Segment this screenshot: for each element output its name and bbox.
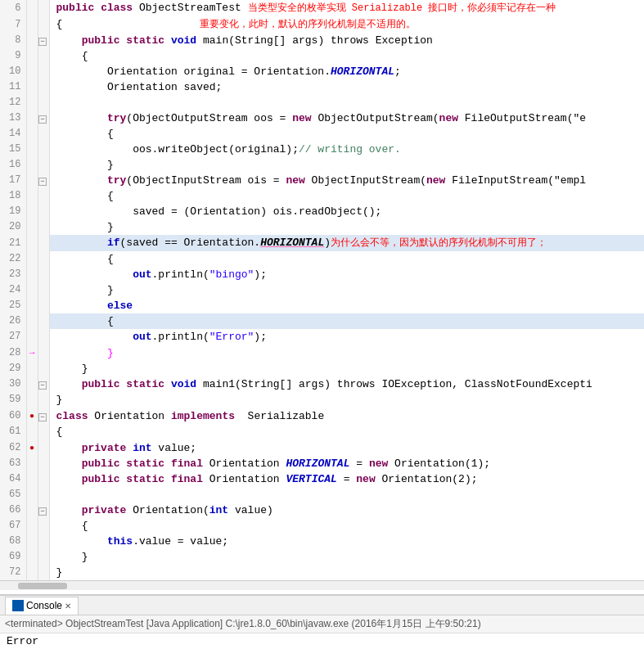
line-number: 24 xyxy=(0,282,26,298)
gutter xyxy=(26,0,38,16)
line-number: 6 xyxy=(0,0,26,16)
code-line-content: saved = (Orientation) ois.readObject(); xyxy=(49,204,644,219)
fold-gutter xyxy=(38,142,49,157)
code-line-content: { xyxy=(49,188,644,204)
gutter xyxy=(26,313,38,329)
line-number: 63 xyxy=(0,456,26,471)
fold-gutter xyxy=(38,16,49,33)
line-number: 27 xyxy=(0,329,26,345)
console-tab-close[interactable]: ✕ xyxy=(65,602,71,611)
fold-gutter xyxy=(38,329,49,345)
fold-icon[interactable]: − xyxy=(38,381,47,390)
table-row: 59} xyxy=(0,392,644,408)
gutter xyxy=(26,534,38,549)
code-line-content: private int value; xyxy=(49,439,644,456)
table-row: 67 { xyxy=(0,518,644,534)
code-line-content: } xyxy=(49,565,644,580)
gutter xyxy=(26,392,38,408)
table-row: 64 public static final Orientation VERTI… xyxy=(0,471,644,487)
table-row: 21 if(saved == Orientation.HORIZONTAL)为什… xyxy=(0,235,644,251)
console-terminated-text: <terminated> ObjectStreamTest [Java Appl… xyxy=(0,615,644,633)
code-line-content xyxy=(49,487,644,503)
fold-icon[interactable]: − xyxy=(38,413,47,421)
table-row: 16 } xyxy=(0,157,644,173)
code-line-content: try(ObjectInputStream ois = new ObjectIn… xyxy=(49,173,644,188)
fold-gutter xyxy=(38,345,49,361)
code-line-content: { xyxy=(49,313,644,329)
table-row: 22 { xyxy=(0,251,644,267)
fold-icon[interactable]: − xyxy=(38,38,47,46)
code-table: 6public class ObjectStreamTest 当类型安全的枚举实… xyxy=(0,0,644,580)
line-number: 13 xyxy=(0,110,26,126)
gutter xyxy=(26,110,38,126)
table-row: 12 xyxy=(0,95,644,110)
table-row: 28 } xyxy=(0,345,644,361)
scrollbar-thumb[interactable] xyxy=(18,583,67,589)
code-line-content: public static final Orientation HORIZONT… xyxy=(49,456,644,471)
fold-gutter xyxy=(38,64,49,79)
code-line-content: { xyxy=(49,126,644,142)
fold-gutter xyxy=(38,456,49,471)
console-output: Error xyxy=(0,633,644,649)
table-row: 30− public static void main1(String[] ar… xyxy=(0,376,644,392)
line-number: 68 xyxy=(0,534,26,549)
gutter xyxy=(26,267,38,282)
fold-gutter xyxy=(38,0,49,16)
code-line-content: private Orientation(int value) xyxy=(49,503,644,518)
console-icon xyxy=(12,600,24,611)
fold-gutter: − xyxy=(38,173,49,188)
code-line-content: } xyxy=(49,392,644,408)
gutter xyxy=(26,188,38,204)
code-line-content: { xyxy=(49,518,644,534)
fold-gutter xyxy=(38,267,49,282)
fold-gutter xyxy=(38,251,49,267)
gutter xyxy=(26,282,38,298)
table-row: 61{ xyxy=(0,424,644,439)
line-number: 8 xyxy=(0,33,26,48)
line-number: 17 xyxy=(0,173,26,188)
fold-gutter: − xyxy=(38,110,49,126)
table-row: 26 { xyxy=(0,313,644,329)
fold-icon[interactable]: − xyxy=(38,115,47,124)
gutter xyxy=(26,157,38,173)
fold-gutter xyxy=(38,549,49,565)
table-row: 68 this.value = value; xyxy=(0,534,644,549)
line-number: 28 xyxy=(0,345,26,361)
gutter xyxy=(26,219,38,235)
code-line-content: } xyxy=(49,157,644,173)
line-number: 19 xyxy=(0,204,26,219)
code-line-content xyxy=(49,95,644,110)
fold-gutter xyxy=(38,79,49,95)
fold-gutter xyxy=(38,235,49,251)
line-number: 21 xyxy=(0,235,26,251)
line-number: 60 xyxy=(0,408,26,424)
line-number: 9 xyxy=(0,48,26,64)
table-row: 25 else xyxy=(0,298,644,313)
table-row: 7{ 重要变化，此时，默认的序列化机制是不适用的。 xyxy=(0,16,644,33)
fold-gutter xyxy=(38,313,49,329)
line-number: 61 xyxy=(0,424,26,439)
fold-gutter xyxy=(38,204,49,219)
line-number: 7 xyxy=(0,16,26,33)
table-row: 13− try(ObjectOutputStream oos = new Obj… xyxy=(0,110,644,126)
code-line-content: } xyxy=(49,361,644,376)
line-number: 59 xyxy=(0,392,26,408)
gutter xyxy=(26,376,38,392)
horizontal-scrollbar[interactable] xyxy=(0,580,644,590)
fold-gutter xyxy=(38,95,49,110)
line-number: 26 xyxy=(0,313,26,329)
gutter xyxy=(26,64,38,79)
fold-icon[interactable]: − xyxy=(38,507,47,516)
fold-icon[interactable]: − xyxy=(38,178,47,186)
gutter xyxy=(26,126,38,142)
table-row: 8− public static void main(String[] args… xyxy=(0,33,644,48)
gutter xyxy=(26,329,38,345)
gutter xyxy=(26,235,38,251)
table-row: 14 { xyxy=(0,126,644,142)
table-row: 69 } xyxy=(0,549,644,565)
line-number: 66 xyxy=(0,503,26,518)
console-tab[interactable]: Console ✕ xyxy=(5,597,79,615)
fold-gutter xyxy=(38,188,49,204)
line-number: 20 xyxy=(0,219,26,235)
fold-gutter xyxy=(38,487,49,503)
